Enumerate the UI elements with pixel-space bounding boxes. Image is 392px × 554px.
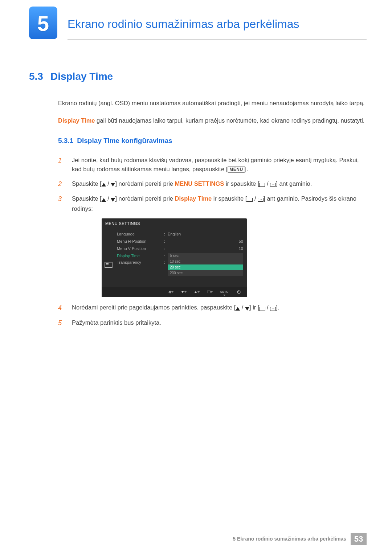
svg-rect-0 bbox=[105, 262, 112, 268]
power-icon bbox=[236, 290, 242, 295]
section-number: 5.3 bbox=[29, 71, 43, 82]
step-number: 1 bbox=[58, 156, 65, 165]
chapter-header: 5 Ekrano rodinio sumažinimas arba perkėl… bbox=[29, 0, 367, 40]
svg-rect-5 bbox=[207, 291, 210, 293]
paragraph: Display Time gali būti naudojamas laiko … bbox=[58, 116, 367, 126]
step-text: Spauskite [ / ] norėdami pereiti prie ME… bbox=[72, 179, 367, 189]
paragraph-text: gali būti naudojamas laiko tarpui, kuria… bbox=[95, 117, 365, 124]
step: 2 Spauskite [ / ] norėdami pereiti prie … bbox=[58, 179, 367, 189]
svg-marker-3 bbox=[181, 291, 184, 293]
osd-row-v-position: Menu V-Position:10 bbox=[115, 245, 243, 252]
osd-row-language: Language:English bbox=[115, 230, 243, 238]
step-text: Spauskite [ / ] norėdami pereiti prie Di… bbox=[72, 194, 367, 213]
triangle-up-icon bbox=[102, 195, 106, 204]
triangle-up-icon bbox=[236, 304, 240, 313]
triangle-down-icon bbox=[245, 304, 249, 313]
triangle-up-icon bbox=[194, 290, 200, 295]
step-number: 5 bbox=[58, 318, 65, 328]
menu-key-label: MENU bbox=[228, 166, 245, 173]
subsection-number: 5.3.1 bbox=[58, 137, 73, 144]
svg-marker-4 bbox=[195, 291, 197, 293]
paragraph: Ekrano rodinių (angl. OSD) meniu nustato… bbox=[58, 99, 367, 108]
triangle-down-icon bbox=[111, 195, 115, 204]
step: 1 Jei norite, kad būtų rodomas klavišų v… bbox=[58, 156, 367, 174]
steps-list: 1 Jei norite, kad būtų rodomas klavišų v… bbox=[58, 156, 367, 214]
footer-chapter-label: 5 Ekrano rodinio sumažinimas arba perkėl… bbox=[233, 533, 351, 545]
emphasis-display-time: Display Time bbox=[175, 195, 212, 202]
rect-icon bbox=[260, 304, 265, 313]
step: 3 Spauskite [ / ] norėdami pereiti prie … bbox=[58, 194, 367, 213]
osd-option: 5 sec bbox=[168, 253, 243, 259]
step-number: 4 bbox=[58, 303, 65, 313]
svg-rect-2 bbox=[170, 291, 171, 294]
enter-icon bbox=[270, 304, 276, 313]
triangle-down-icon bbox=[111, 180, 115, 189]
svg-rect-1 bbox=[106, 263, 109, 265]
osd-category-icon bbox=[102, 230, 115, 285]
triangle-down-icon bbox=[181, 290, 187, 295]
section-title: Display Time bbox=[50, 71, 113, 82]
osd-enter-icon bbox=[207, 290, 213, 295]
step: 5 Pažymėta parinktis bus pritaikyta. bbox=[58, 318, 367, 328]
emphasis-display-time: Display Time bbox=[58, 117, 95, 124]
step-text: Norėdami pereiti prie pageidaujamos pari… bbox=[72, 303, 367, 313]
step-number: 3 bbox=[58, 194, 65, 204]
chapter-title: Ekrano rodinio sumažinimas arba perkėlim… bbox=[68, 15, 367, 33]
subsection-title: Display Time konfigūravimas bbox=[77, 137, 172, 144]
osd-panel: MENU SETTINGS Language:English Menu H-Po… bbox=[102, 218, 247, 297]
steps-list-cont: 4 Norėdami pereiti prie pageidaujamos pa… bbox=[58, 303, 367, 328]
step-text: Pažymėta parinktis bus pritaikyta. bbox=[72, 318, 367, 328]
step-text: Jei norite, kad būtų rodomas klavišų vad… bbox=[72, 156, 367, 174]
rect-icon bbox=[259, 180, 265, 189]
page-footer: 5 Ekrano rodinio sumažinimas arba perkėl… bbox=[233, 533, 367, 545]
osd-back-icon bbox=[168, 290, 173, 295]
enter-icon bbox=[270, 180, 276, 189]
divider bbox=[68, 39, 367, 40]
step-number: 2 bbox=[58, 179, 65, 189]
osd-auto-label: AUTO bbox=[220, 288, 229, 296]
chapter-number-badge: 5 bbox=[29, 7, 57, 39]
enter-icon bbox=[258, 195, 264, 204]
osd-row-h-position: Menu H-Position:50 bbox=[115, 238, 243, 245]
osd-screenshot: MENU SETTINGS Language:English Menu H-Po… bbox=[102, 218, 367, 297]
triangle-up-icon bbox=[102, 180, 106, 189]
osd-footer: AUTO bbox=[102, 287, 247, 297]
osd-title: MENU SETTINGS bbox=[102, 218, 247, 229]
rect-icon bbox=[247, 195, 253, 204]
section-heading: 5.3Display Time bbox=[29, 69, 367, 84]
page-number: 53 bbox=[351, 533, 367, 545]
emphasis-menu-settings: MENU SETTINGS bbox=[175, 180, 224, 187]
subsection-heading: 5.3.1Display Time konfigūravimas bbox=[58, 135, 367, 146]
step: 4 Norėdami pereiti prie pageidaujamos pa… bbox=[58, 303, 367, 313]
